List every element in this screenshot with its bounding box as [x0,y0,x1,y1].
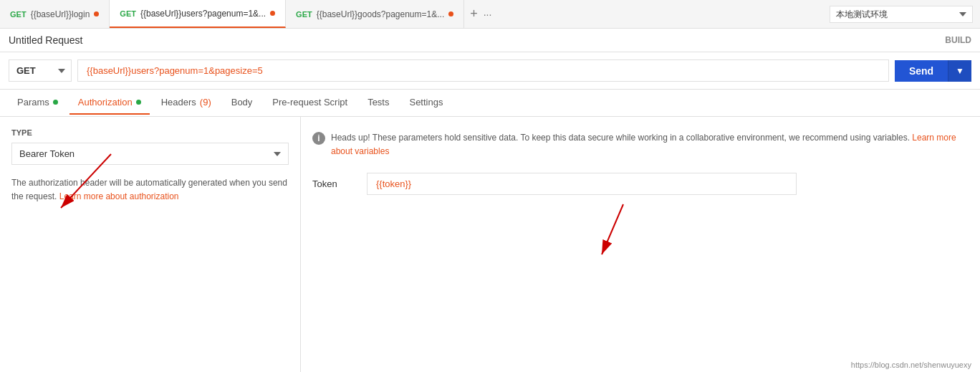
env-select[interactable]: 本地测试环境开发环境生产环境 [830,6,973,23]
info-icon: i [312,132,325,145]
auth-learn-more-link[interactable]: Learn more about authorization [59,191,179,201]
sub-tab-settings[interactable]: Settings [400,91,451,115]
sub-tab-settings-label: Settings [409,97,443,108]
right-panel: i Heads up! These parameters hold sensit… [301,117,980,372]
sub-tab-tests[interactable]: Tests [359,91,398,115]
type-label: TYPE [11,128,289,137]
authorization-dot [136,100,141,105]
more-tabs-button[interactable]: ··· [484,9,492,20]
tab-login-method: GET [10,10,27,19]
sub-tab-pre-request[interactable]: Pre-request Script [264,91,356,115]
sub-tab-tests-label: Tests [368,97,389,108]
footer: https://blog.csdn.net/shenwuyuexy [842,358,980,372]
auth-description: The authorization header will be automat… [11,176,289,204]
token-input[interactable] [367,173,797,195]
tab-goods-label: {{baseUrl}}goods?pagenum=1&... [317,9,444,19]
headers-count: (9) [200,97,211,108]
tabs-bar: GET {{baseUrl}}login GET {{baseUrl}}user… [0,0,980,29]
method-select[interactable]: GETPOSTPUTDELETEPATCH [9,59,72,82]
tab-goods[interactable]: GET {{baseUrl}}goods?pagenum=1&... [286,0,464,28]
tab-goods-dot [448,11,453,16]
tab-users-method: GET [120,9,136,18]
add-tab-button[interactable]: + [470,6,478,22]
url-input[interactable] [77,59,889,82]
tab-users-dot [270,11,275,16]
send-dropdown-button[interactable]: ▼ [948,60,971,82]
tab-login[interactable]: GET {{baseUrl}}login [0,0,110,28]
sub-tab-body-label: Body [231,97,253,108]
params-dot [53,100,58,105]
env-selector: 本地测试环境开发环境生产环境 [822,0,980,28]
sub-tab-headers[interactable]: Headers (9) [153,91,220,115]
sub-tab-params-label: Params [17,97,49,108]
request-title: Untitled Request [9,34,83,46]
type-select[interactable]: No AuthAPI KeyBearer TokenBasic AuthOAut… [11,143,289,165]
tab-login-dot [94,11,99,16]
content-area: TYPE No AuthAPI KeyBearer TokenBasic Aut… [0,117,980,372]
build-button[interactable]: BUILD [945,35,971,45]
url-bar: GETPOSTPUTDELETEPATCH Send ▼ [0,52,980,90]
sub-tabs: Params Authorization Headers (9) Body Pr… [0,90,980,117]
title-bar: Untitled Request BUILD [0,29,980,52]
tab-actions: + ··· [464,0,497,28]
send-btn-group: Send ▼ [895,60,971,82]
left-panel: TYPE No AuthAPI KeyBearer TokenBasic Aut… [0,117,301,372]
tab-login-label: {{baseUrl}}login [31,9,90,19]
sub-tab-body[interactable]: Body [223,91,261,115]
info-text-content: Heads up! These parameters hold sensitiv… [331,133,910,143]
send-button[interactable]: Send [895,60,948,82]
sub-tab-params[interactable]: Params [9,91,67,115]
tab-users[interactable]: GET {{baseUrl}}users?pagenum=1&... [110,0,286,28]
info-text: Heads up! These parameters hold sensitiv… [331,131,969,158]
sub-tab-headers-label: Headers [161,97,196,108]
tab-users-label: {{baseUrl}}users?pagenum=1&... [140,9,266,19]
sub-tab-authorization-label: Authorization [78,97,133,108]
tab-goods-method: GET [296,10,312,19]
sub-tab-authorization[interactable]: Authorization [69,91,150,115]
footer-url: https://blog.csdn.net/shenwuyuexy [851,361,971,369]
token-row: Token [312,173,969,195]
info-box: i Heads up! These parameters hold sensit… [312,131,969,158]
sub-tab-pre-request-label: Pre-request Script [272,97,347,108]
token-label: Token [312,178,355,189]
